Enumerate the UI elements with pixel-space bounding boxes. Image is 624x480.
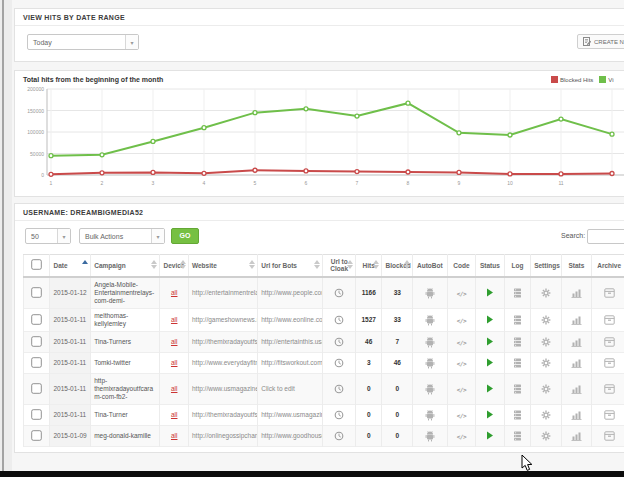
code-icon[interactable]: </>: [457, 359, 466, 366]
bar-chart-icon[interactable]: [571, 337, 582, 344]
browser-left-gutter: [0, 0, 12, 471]
sort-arrows-icon[interactable]: [151, 260, 157, 269]
code-icon[interactable]: </>: [457, 411, 466, 418]
chart-svg: 0500001000001500002000001234567891011: [19, 87, 624, 193]
page-size-select[interactable]: 50 ▾: [25, 228, 71, 244]
row-checkbox[interactable]: [32, 430, 42, 440]
play-icon[interactable]: [486, 315, 494, 322]
log-icon[interactable]: [513, 315, 522, 322]
code-icon[interactable]: </>: [457, 316, 466, 323]
search-input[interactable]: [587, 229, 624, 244]
clock-icon[interactable]: [334, 431, 344, 438]
bar-chart-icon[interactable]: [571, 315, 582, 322]
row-checkbox[interactable]: [32, 287, 42, 297]
archive-icon[interactable]: [604, 358, 615, 365]
svg-text:100000: 100000: [27, 129, 44, 135]
device-link[interactable]: all: [171, 316, 178, 323]
code-icon[interactable]: </>: [457, 432, 466, 439]
legend-label: Blocked Hits: [560, 77, 593, 83]
create-new-campaign-button[interactable]: CREATE NEW CAMPAIGN: [577, 34, 624, 49]
code-cell: </>: [447, 425, 476, 446]
device-link[interactable]: all: [171, 432, 178, 439]
code-icon[interactable]: </>: [457, 385, 466, 392]
row-checkbox[interactable]: [32, 409, 42, 419]
device-link[interactable]: all: [171, 385, 178, 392]
archive-icon[interactable]: [604, 431, 615, 438]
archive-icon[interactable]: [604, 337, 615, 344]
archive-icon[interactable]: [604, 315, 615, 322]
log-icon[interactable]: [513, 358, 522, 365]
clock-icon[interactable]: [334, 358, 344, 365]
log-icon[interactable]: [513, 431, 522, 438]
code-cell: </>: [447, 331, 476, 352]
archive-icon[interactable]: [604, 384, 615, 391]
chevron-down-icon: ▾: [151, 229, 164, 243]
column-label: Website: [192, 262, 217, 269]
column-label: Url for Bots: [261, 262, 297, 269]
column-header-campaign[interactable]: Campaign: [91, 255, 160, 277]
device-link[interactable]: all: [171, 359, 178, 366]
sort-arrows-icon[interactable]: [404, 260, 410, 269]
log-icon[interactable]: [513, 410, 522, 417]
gear-icon[interactable]: [541, 410, 551, 417]
gear-icon[interactable]: [541, 384, 551, 391]
clock-icon[interactable]: [334, 315, 344, 322]
play-icon[interactable]: [486, 384, 494, 391]
row-checkbox[interactable]: [32, 357, 42, 367]
log-icon[interactable]: [513, 384, 522, 391]
gear-icon[interactable]: [541, 337, 551, 344]
table-controls: 50 ▾ Bulk Actions ▾ GO Search:: [15, 221, 624, 251]
bar-chart-icon[interactable]: [571, 384, 582, 391]
table-body: 2015-01-12Angela-Mobile-Entertainmentrel…: [24, 277, 624, 447]
sort-arrows-icon[interactable]: [180, 260, 186, 269]
sort-arrows-icon[interactable]: [82, 260, 88, 264]
sort-arrows-icon[interactable]: [373, 260, 379, 269]
sort-arrows-icon[interactable]: [249, 260, 255, 269]
bar-chart-icon[interactable]: [571, 410, 582, 417]
row-checkbox[interactable]: [32, 314, 42, 324]
play-icon[interactable]: [486, 358, 494, 365]
play-icon[interactable]: [486, 337, 494, 344]
bulk-actions-select[interactable]: Bulk Actions ▾: [79, 228, 165, 244]
archive-icon[interactable]: [604, 288, 615, 295]
device-link[interactable]: all: [171, 411, 178, 418]
archive-cell: [592, 373, 624, 404]
gear-icon[interactable]: [541, 358, 551, 365]
play-icon[interactable]: [486, 431, 494, 438]
clock-icon[interactable]: [334, 288, 344, 295]
go-button[interactable]: GO: [171, 228, 199, 244]
row-checkbox[interactable]: [32, 383, 42, 393]
device-link[interactable]: all: [171, 289, 178, 296]
row-checkbox[interactable]: [32, 336, 42, 346]
column-header-url-for-bots[interactable]: Url for Bots: [258, 255, 323, 277]
code-icon[interactable]: </>: [457, 338, 466, 345]
hits-cell: 0: [356, 373, 382, 404]
sort-arrows-icon[interactable]: [314, 260, 320, 269]
play-icon[interactable]: [486, 410, 494, 417]
column-header-blocked[interactable]: Blocked: [382, 255, 413, 277]
gear-icon[interactable]: [541, 288, 551, 295]
clock-icon[interactable]: [334, 337, 344, 344]
column-header-date[interactable]: Date: [50, 255, 91, 277]
bar-chart-icon[interactable]: [571, 431, 582, 438]
bar-chart-icon[interactable]: [571, 358, 582, 365]
sort-arrows-icon[interactable]: [347, 260, 353, 269]
bulk-actions-value: Bulk Actions: [80, 229, 151, 243]
date-range-select[interactable]: Today ▾: [27, 34, 139, 50]
gear-icon[interactable]: [541, 315, 551, 322]
clock-icon[interactable]: [334, 410, 344, 417]
column-header-url-to-cloak[interactable]: Url to Cloak: [323, 255, 356, 277]
bar-chart-icon[interactable]: [571, 288, 582, 295]
select-all-checkbox[interactable]: [32, 260, 42, 270]
gear-icon[interactable]: [541, 431, 551, 438]
clock-icon[interactable]: [334, 384, 344, 391]
log-icon[interactable]: [513, 288, 522, 295]
code-icon[interactable]: </>: [457, 289, 466, 296]
log-icon[interactable]: [513, 337, 522, 344]
play-icon[interactable]: [486, 288, 494, 295]
device-link[interactable]: all: [171, 338, 178, 345]
archive-icon[interactable]: [604, 410, 615, 417]
column-header-website[interactable]: Website: [188, 255, 257, 277]
column-header-device[interactable]: Device: [160, 255, 189, 277]
column-header-hits[interactable]: Hits: [356, 255, 382, 277]
